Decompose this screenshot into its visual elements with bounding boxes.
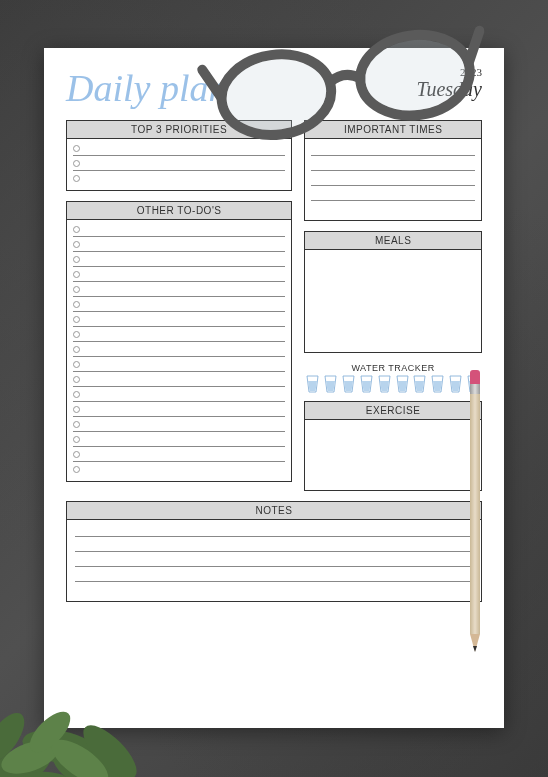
line-item[interactable] — [311, 141, 475, 156]
line-item[interactable] — [73, 252, 285, 267]
notes-box: NOTES — [66, 501, 482, 602]
line-item[interactable] — [73, 156, 285, 171]
water-glass-icon[interactable] — [306, 375, 319, 393]
water-label: WATER TRACKER — [304, 363, 482, 373]
water-glasses[interactable] — [304, 375, 482, 393]
line-item[interactable] — [73, 417, 285, 432]
water-glass-icon[interactable] — [413, 375, 426, 393]
bullet-icon — [73, 406, 80, 413]
notes-lines[interactable] — [67, 520, 481, 601]
line-item[interactable] — [73, 267, 285, 282]
bullet-icon — [73, 145, 80, 152]
water-glass-icon[interactable] — [378, 375, 391, 393]
line-item[interactable] — [311, 201, 475, 216]
bullet-icon — [73, 271, 80, 278]
meals-header: MEALS — [305, 232, 481, 250]
line-item[interactable] — [73, 447, 285, 462]
line-item[interactable] — [73, 171, 285, 186]
bullet-icon — [73, 316, 80, 323]
line-item[interactable] — [73, 222, 285, 237]
bullet-icon — [73, 226, 80, 233]
todos-box: OTHER TO-DO'S — [66, 201, 292, 482]
bullet-icon — [73, 466, 80, 473]
line-item[interactable] — [73, 312, 285, 327]
water-glass-icon[interactable] — [431, 375, 444, 393]
line-item[interactable] — [75, 582, 473, 597]
line-item[interactable] — [73, 282, 285, 297]
important-lines[interactable] — [305, 139, 481, 220]
bullet-icon — [73, 421, 80, 428]
bullet-icon — [73, 286, 80, 293]
columns: TOP 3 PRIORITIES OTHER TO-DO'S IMPORTANT… — [66, 120, 482, 501]
water-glass-icon[interactable] — [360, 375, 373, 393]
line-item[interactable] — [75, 522, 473, 537]
bullet-icon — [73, 241, 80, 248]
bullet-icon — [73, 376, 80, 383]
line-item[interactable] — [311, 186, 475, 201]
bullet-icon — [73, 391, 80, 398]
line-item[interactable] — [73, 462, 285, 477]
line-item[interactable] — [311, 156, 475, 171]
bullet-icon — [73, 451, 80, 458]
exercise-body[interactable] — [305, 420, 481, 490]
line-item[interactable] — [73, 237, 285, 252]
line-item[interactable] — [73, 327, 285, 342]
line-item[interactable] — [75, 537, 473, 552]
bullet-icon — [73, 301, 80, 308]
line-item[interactable] — [73, 297, 285, 312]
exercise-header: EXERCISE — [305, 402, 481, 420]
meals-body[interactable] — [305, 250, 481, 352]
bullet-icon — [73, 160, 80, 167]
todos-lines[interactable] — [67, 220, 291, 481]
notes-header: NOTES — [67, 502, 481, 520]
bullet-icon — [73, 175, 80, 182]
water-glass-icon[interactable] — [396, 375, 409, 393]
left-column: TOP 3 PRIORITIES OTHER TO-DO'S — [66, 120, 292, 501]
water-glass-icon[interactable] — [449, 375, 462, 393]
line-item[interactable] — [75, 552, 473, 567]
line-item[interactable] — [311, 171, 475, 186]
water-section: WATER TRACKER — [304, 363, 482, 393]
plant-prop — [0, 607, 180, 777]
bullet-icon — [73, 331, 80, 338]
right-column: IMPORTANT TIMES MEALS WATER TRACKER EXER… — [304, 120, 482, 501]
line-item[interactable] — [73, 402, 285, 417]
bullet-icon — [73, 346, 80, 353]
bullet-icon — [73, 436, 80, 443]
line-item[interactable] — [73, 357, 285, 372]
bullet-icon — [73, 256, 80, 263]
line-item[interactable] — [73, 342, 285, 357]
water-glass-icon[interactable] — [342, 375, 355, 393]
line-item[interactable] — [73, 387, 285, 402]
line-item[interactable] — [73, 432, 285, 447]
line-item[interactable] — [75, 567, 473, 582]
bullet-icon — [73, 361, 80, 368]
line-item[interactable] — [73, 372, 285, 387]
pencil-prop — [470, 370, 480, 660]
exercise-box: EXERCISE — [304, 401, 482, 491]
water-glass-icon[interactable] — [324, 375, 337, 393]
meals-box: MEALS — [304, 231, 482, 353]
todos-header: OTHER TO-DO'S — [67, 202, 291, 220]
